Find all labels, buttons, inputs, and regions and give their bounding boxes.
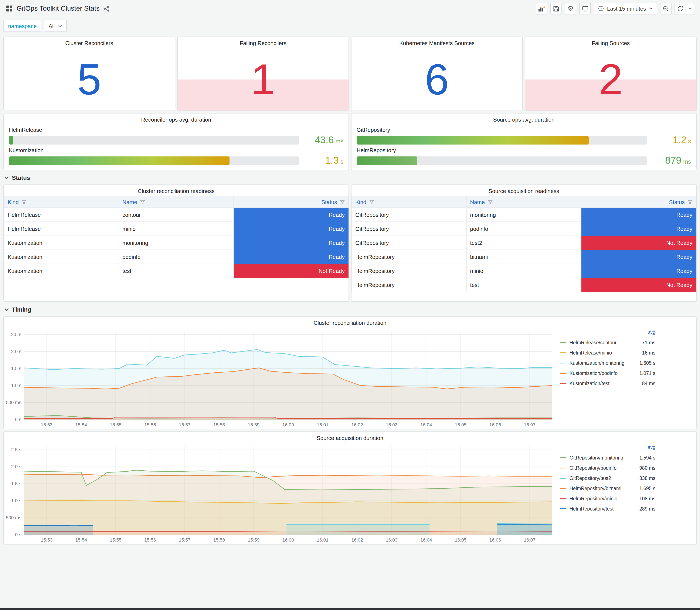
legend-item: Kustomization/test84 ms bbox=[560, 378, 655, 388]
filter-icon[interactable] bbox=[22, 199, 26, 204]
status-badge: Ready bbox=[233, 208, 348, 222]
svg-text:16:03: 16:03 bbox=[386, 422, 397, 428]
gear-icon[interactable]: ⚙ bbox=[565, 3, 576, 14]
svg-text:15:55: 15:55 bbox=[110, 422, 121, 428]
table-row: GitRepositorytest2Not Ready bbox=[352, 236, 696, 250]
filter-icon[interactable] bbox=[340, 199, 345, 204]
column-header-kind[interactable]: Kind bbox=[352, 196, 467, 208]
series-color-dash bbox=[560, 342, 566, 343]
legend-series-name[interactable]: HelmRepository/test bbox=[570, 506, 636, 511]
bar-gauge-fill bbox=[357, 136, 589, 144]
clock-icon bbox=[598, 5, 604, 12]
kind-cell: HelmRepository bbox=[352, 264, 467, 278]
dashboard-grid-icon bbox=[6, 5, 13, 12]
panel-title[interactable]: Failing Sources bbox=[525, 37, 696, 48]
add-panel-button[interactable] bbox=[536, 3, 548, 14]
legend-series-avg: 338 ms bbox=[639, 476, 655, 481]
status-badge: Not Ready bbox=[581, 278, 696, 292]
top-bar: GitOps Toolkit Cluster Stats ⚙ Last 15 m… bbox=[3, 0, 697, 17]
legend-series-name[interactable]: HelmRepository/minio bbox=[570, 496, 636, 501]
svg-text:16:04: 16:04 bbox=[420, 537, 432, 543]
gauge-value: 43.6ms bbox=[304, 134, 343, 146]
tv-icon[interactable] bbox=[579, 3, 591, 14]
zoom-out-icon[interactable] bbox=[660, 3, 671, 14]
svg-text:0 s: 0 s bbox=[15, 532, 21, 537]
panel-source-acquisition-duration: Source acquisition duration 15:5315:5415… bbox=[3, 432, 697, 545]
series-color-dash bbox=[560, 509, 566, 509]
filter-icon[interactable] bbox=[688, 199, 693, 204]
legend-series-name[interactable]: GitRepository/podinfo bbox=[570, 465, 636, 470]
legend-series-name[interactable]: Kustomization/test bbox=[570, 381, 639, 386]
panel-title[interactable]: Source ops avg. duration bbox=[352, 113, 696, 125]
panel-title[interactable]: Cluster Reconcilers bbox=[4, 37, 175, 48]
column-header-name[interactable]: Name bbox=[119, 196, 233, 208]
filter-icon[interactable] bbox=[488, 199, 492, 204]
section-timing-toggle[interactable]: Timing bbox=[4, 306, 696, 313]
time-series-plot[interactable]: 15:5315:5415:5515:5615:5715:5815:5916:00… bbox=[4, 328, 555, 429]
legend-series-avg: 108 ms bbox=[639, 496, 655, 501]
filter-icon[interactable] bbox=[369, 199, 374, 204]
chevron-down-icon bbox=[4, 306, 9, 311]
legend-item: GitRepository/podinfo980 ms bbox=[560, 463, 655, 473]
svg-text:15:53: 15:53 bbox=[41, 422, 52, 428]
panel-title[interactable]: Kubernetes Manifests Sources bbox=[352, 37, 522, 48]
kind-cell: GitRepository bbox=[352, 236, 467, 250]
table-row: HelmReleasecontourReady bbox=[4, 208, 348, 222]
panel-source-acquisition-readiness: Source acquisition readiness Kind Name S… bbox=[351, 184, 697, 302]
legend-series-name[interactable]: GitRepository/monitoring bbox=[570, 455, 636, 460]
time-range-picker[interactable]: Last 15 minutes bbox=[594, 3, 657, 14]
refresh-icon[interactable] bbox=[674, 3, 686, 14]
time-series-plot[interactable]: 15:5315:5415:5515:5615:5715:5815:5916:00… bbox=[4, 443, 555, 544]
panel-title[interactable]: Reconciler ops avg. duration bbox=[4, 113, 348, 125]
name-cell: podinfo bbox=[119, 250, 233, 264]
series-color-dash bbox=[560, 478, 566, 479]
legend-item: Kustomization/podinfo1.071 s bbox=[560, 368, 655, 378]
panel-title[interactable]: Failing Reconcilers bbox=[178, 37, 348, 48]
gauge-label: HelmRelease bbox=[9, 127, 343, 133]
panel-title[interactable]: Cluster reconciliation readiness bbox=[4, 185, 348, 196]
column-header-status[interactable]: Status bbox=[233, 196, 348, 208]
legend-series-name[interactable]: GitRepository/test2 bbox=[570, 476, 636, 481]
legend-series-name[interactable]: Kustomization/monitoring bbox=[570, 360, 636, 366]
svg-text:15:55: 15:55 bbox=[110, 537, 121, 543]
gauge-label: Kustomization bbox=[9, 147, 343, 154]
legend-item: HelmRepository/minio108 ms bbox=[560, 494, 655, 504]
save-icon[interactable] bbox=[550, 3, 562, 14]
panel-title[interactable]: Source acquisition readiness bbox=[352, 185, 696, 196]
column-header-kind[interactable]: Kind bbox=[4, 196, 119, 208]
gauge-label: HelmRepository bbox=[357, 147, 691, 154]
filter-icon[interactable] bbox=[140, 199, 145, 204]
share-icon[interactable] bbox=[103, 5, 110, 12]
legend-series-name[interactable]: HelmRelease/minio bbox=[570, 350, 639, 355]
legend-avg-header[interactable]: avg bbox=[560, 445, 655, 453]
svg-text:2.0 s: 2.0 s bbox=[11, 464, 21, 469]
panel-title[interactable]: Cluster reconciliation duration bbox=[4, 317, 696, 328]
name-cell: test2 bbox=[467, 236, 581, 250]
time-series-canvas[interactable]: 15:5315:5415:5515:5615:5715:5815:5916:00… bbox=[4, 328, 555, 429]
legend-series-name[interactable]: HelmRepository/bitnami bbox=[570, 486, 636, 491]
panel-reconciler-ops-duration: Reconciler ops avg. duration HelmRelease… bbox=[3, 113, 349, 170]
variable-namespace-select[interactable]: All bbox=[44, 20, 66, 32]
legend-series-name[interactable]: Kustomization/podinfo bbox=[570, 371, 636, 376]
svg-text:1.0 s: 1.0 s bbox=[11, 383, 21, 388]
svg-text:16:04: 16:04 bbox=[420, 422, 432, 428]
svg-text:0 s: 0 s bbox=[15, 417, 21, 422]
section-status-toggle[interactable]: Status bbox=[4, 174, 696, 181]
svg-text:15:54: 15:54 bbox=[75, 422, 87, 428]
series-color-dash bbox=[560, 373, 566, 374]
legend-avg-header[interactable]: avg bbox=[560, 330, 655, 338]
svg-text:15:59: 15:59 bbox=[248, 537, 259, 543]
status-badge: Ready bbox=[581, 222, 696, 236]
time-series-canvas[interactable]: 15:5315:5415:5515:5615:5715:5815:5916:00… bbox=[4, 443, 555, 544]
status-badge: Not Ready bbox=[581, 236, 696, 250]
legend-series-avg: 1.594 s bbox=[639, 455, 655, 460]
caret-down-icon bbox=[649, 7, 653, 10]
svg-text:16:01: 16:01 bbox=[317, 422, 328, 428]
legend-series-name[interactable]: HelmRelease/contour bbox=[570, 340, 639, 345]
legend-item: HelmRelease/minio16 ms bbox=[560, 348, 655, 358]
table-row: KustomizationtestNot Ready bbox=[4, 264, 348, 278]
column-header-name[interactable]: Name bbox=[467, 196, 581, 208]
refresh-interval-caret[interactable] bbox=[686, 3, 694, 14]
panel-title[interactable]: Source acquisition duration bbox=[4, 432, 696, 443]
column-header-status[interactable]: Status bbox=[581, 196, 696, 208]
